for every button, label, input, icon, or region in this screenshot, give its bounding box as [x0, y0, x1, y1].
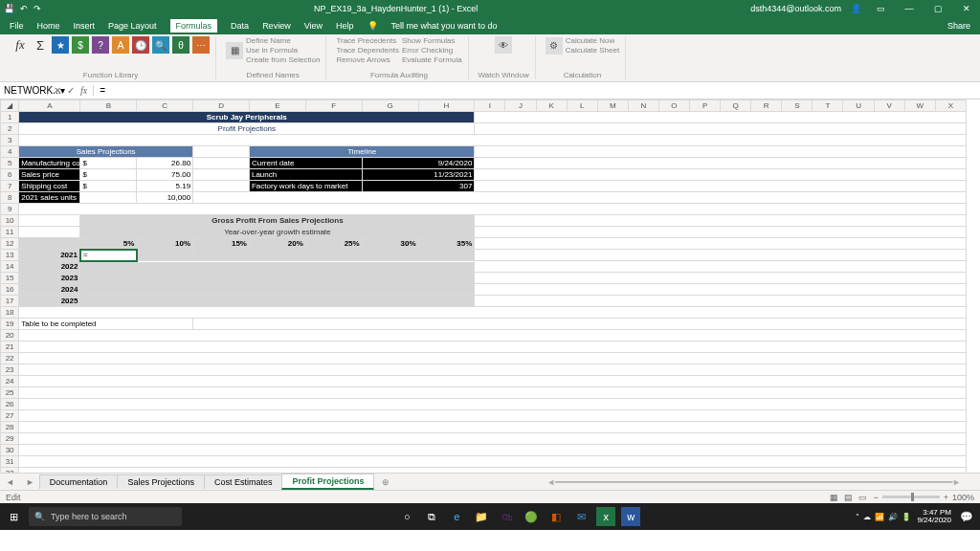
notifications-icon[interactable]: 💬: [957, 507, 976, 526]
col-header[interactable]: U: [843, 100, 874, 112]
cell[interactable]: [19, 330, 967, 342]
cell[interactable]: [362, 250, 418, 261]
col-header[interactable]: B: [80, 100, 137, 112]
select-all-cell[interactable]: ◢: [1, 100, 19, 112]
cell[interactable]: [19, 387, 967, 399]
cell[interactable]: [475, 158, 967, 169]
col-header[interactable]: D: [193, 100, 250, 112]
save-icon[interactable]: 💾: [4, 4, 14, 13]
cortana-icon[interactable]: ○: [397, 507, 416, 526]
cell[interactable]: [475, 169, 967, 181]
cell-pct[interactable]: 30%: [362, 238, 418, 250]
row-header[interactable]: 30: [1, 445, 19, 456]
cell[interactable]: [19, 376, 967, 387]
row-header[interactable]: 28: [1, 422, 19, 433]
cell[interactable]: [19, 468, 967, 474]
create-from-selection-button[interactable]: Create from Selection: [246, 55, 320, 64]
row-header[interactable]: 24: [1, 376, 19, 387]
undo-icon[interactable]: ↶: [20, 4, 28, 13]
cell[interactable]: [19, 433, 967, 445]
row-header[interactable]: 8: [1, 192, 19, 204]
cell[interactable]: [475, 273, 967, 284]
cell[interactable]: [475, 181, 967, 192]
logical-icon[interactable]: ?: [92, 36, 109, 54]
cell[interactable]: [249, 250, 305, 261]
col-header[interactable]: G: [362, 100, 418, 112]
app-icon[interactable]: ◧: [546, 507, 566, 526]
enter-formula-icon[interactable]: ✓: [67, 85, 75, 96]
col-header[interactable]: T: [813, 100, 843, 112]
sheet-nav-next-icon[interactable]: ►: [20, 477, 40, 487]
fx-icon[interactable]: fx: [80, 85, 87, 96]
row-header[interactable]: 32: [1, 468, 19, 474]
chrome-icon[interactable]: 🟢: [522, 507, 541, 526]
define-name-button[interactable]: Define Name: [246, 36, 320, 45]
col-header[interactable]: R: [751, 100, 782, 112]
insert-function-icon[interactable]: fx: [11, 36, 29, 54]
row-header[interactable]: 1: [1, 112, 19, 123]
cell[interactable]: [19, 445, 967, 456]
cell[interactable]: [19, 399, 967, 410]
row-header[interactable]: 14: [1, 261, 19, 273]
col-header[interactable]: A: [19, 100, 80, 112]
cell[interactable]: [19, 307, 967, 319]
close-icon[interactable]: ✕: [957, 4, 976, 13]
trace-precedents-button[interactable]: Trace Precedents: [336, 36, 399, 45]
cell-pct[interactable]: 25%: [305, 238, 362, 250]
spreadsheet-grid[interactable]: ◢ A B C D E F G H I J K L M N O P Q R S …: [0, 99, 980, 473]
row-header[interactable]: 19: [1, 319, 19, 330]
cell-year[interactable]: 2023: [19, 273, 80, 284]
lookup-ref-icon[interactable]: 🔍: [152, 36, 169, 54]
cell[interactable]: [19, 422, 967, 433]
word-icon[interactable]: w: [621, 507, 640, 526]
col-header[interactable]: E: [249, 100, 305, 112]
cell[interactable]: [19, 227, 80, 238]
col-header[interactable]: F: [305, 100, 362, 112]
page-break-view-icon[interactable]: ▭: [858, 493, 867, 502]
network-icon[interactable]: 📶: [875, 513, 884, 521]
col-header[interactable]: P: [690, 100, 721, 112]
row-header[interactable]: 5: [1, 158, 19, 169]
cell-curdate-val[interactable]: 9/24/2020: [362, 158, 475, 169]
row-header[interactable]: 3: [1, 135, 19, 146]
col-header[interactable]: W: [904, 100, 935, 112]
cell-yoy[interactable]: Year-over-year growth estimate: [80, 227, 475, 238]
row-header[interactable]: 6: [1, 169, 19, 181]
cell-fwd-label[interactable]: Factory work days to market: [249, 181, 362, 192]
date-time-icon[interactable]: 🕒: [132, 36, 149, 54]
row-header[interactable]: 15: [1, 273, 19, 284]
text-icon[interactable]: A: [112, 36, 129, 54]
cell[interactable]: [193, 250, 250, 261]
cell[interactable]: [475, 238, 967, 250]
cell[interactable]: [80, 284, 475, 296]
math-trig-icon[interactable]: θ: [172, 36, 189, 54]
cell[interactable]: [475, 215, 967, 227]
row-header[interactable]: 31: [1, 456, 19, 468]
row-header[interactable]: 9: [1, 204, 19, 215]
calculate-sheet-button[interactable]: Calculate Sheet: [566, 46, 619, 55]
zoom-level[interactable]: 100%: [952, 493, 974, 502]
cell[interactable]: $: [80, 158, 137, 169]
cell-launch-val[interactable]: 11/23/2021: [362, 169, 475, 181]
tab-page-layout[interactable]: Page Layout: [108, 21, 157, 31]
tab-file[interactable]: File: [10, 21, 24, 31]
tab-insert[interactable]: Insert: [74, 21, 96, 31]
cell[interactable]: [193, 319, 967, 330]
ribbon-display-icon[interactable]: ▭: [871, 4, 890, 13]
error-checking-button[interactable]: Error Checking: [402, 46, 462, 55]
zoom-in-icon[interactable]: +: [944, 493, 948, 502]
row-header[interactable]: 23: [1, 364, 19, 376]
row-header[interactable]: 29: [1, 433, 19, 445]
row-header[interactable]: 4: [1, 146, 19, 158]
start-icon[interactable]: ⊞: [4, 507, 23, 526]
col-header[interactable]: L: [567, 100, 597, 112]
col-header[interactable]: H: [418, 100, 475, 112]
cell[interactable]: [475, 123, 967, 135]
zoom-out-icon[interactable]: −: [873, 493, 878, 502]
redo-icon[interactable]: ↷: [33, 4, 41, 13]
tab-review[interactable]: Review: [262, 21, 291, 31]
sheet-tab-sales-projections[interactable]: Sales Projections: [117, 474, 205, 489]
mail-icon[interactable]: ✉: [571, 507, 590, 526]
maximize-icon[interactable]: ▢: [928, 4, 947, 13]
cell-fwd-val[interactable]: 307: [362, 181, 475, 192]
